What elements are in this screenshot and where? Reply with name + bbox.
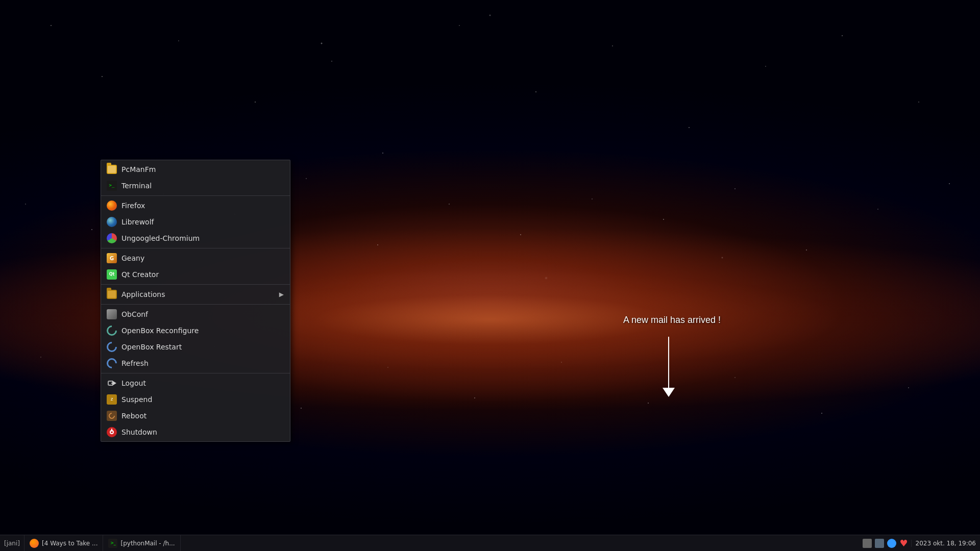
menu-item-label-terminal: Terminal	[121, 181, 152, 191]
menu-item-chromium[interactable]: Ungoogled-Chromium	[101, 230, 290, 246]
menu-item-logout[interactable]: Logout	[101, 375, 290, 391]
workspace-label: [jani]	[4, 540, 20, 547]
menu-item-label-librewolf: Librewolf	[121, 217, 154, 228]
taskbar-item-terminal[interactable]: >_ [pythonMail - /h...	[103, 535, 180, 551]
menu-item-label-qt-creator: Qt Creator	[121, 269, 159, 280]
chromium-icon	[106, 233, 117, 244]
menu-separator-4	[101, 304, 290, 305]
qt-creator-icon: Qt	[106, 269, 117, 280]
menu-item-label-refresh: Refresh	[121, 358, 149, 369]
applications-folder-icon	[106, 289, 117, 300]
taskbar: [jani] [4 Ways to Take ... >_ [pythonMai…	[0, 535, 980, 551]
menu-separator-2	[101, 248, 290, 248]
taskbar-firefox-icon	[30, 539, 39, 548]
menu-item-openbox-reconfigure[interactable]: OpenBox Reconfigure	[101, 322, 290, 339]
taskbar-firefox-label: [4 Ways to Take ...	[42, 540, 97, 547]
tray-volume-icon[interactable]	[875, 539, 884, 548]
arrow-head	[663, 388, 675, 397]
taskbar-left: [jani] [4 Ways to Take ... >_ [pythonMai…	[0, 535, 859, 551]
menu-item-label-pcmanfm: PcManFm	[121, 164, 156, 175]
menu-item-applications[interactable]: Applications ▶	[101, 286, 290, 303]
menu-item-librewolf[interactable]: Librewolf	[101, 214, 290, 230]
menu-item-pcmanfm[interactable]: PcManFm	[101, 161, 290, 178]
menu-item-refresh[interactable]: Refresh	[101, 355, 290, 371]
pcmanfm-icon	[106, 164, 117, 175]
suspend-icon: z	[106, 394, 117, 405]
clock-label: 2023 okt. 18, 19:06	[916, 540, 976, 547]
obconf-icon	[106, 309, 117, 320]
firefox-icon	[106, 200, 117, 211]
tray-heart-icon[interactable]: ♥	[899, 539, 908, 548]
menu-separator-3	[101, 284, 290, 285]
menu-item-suspend[interactable]: z Suspend	[101, 391, 290, 408]
geany-icon: G	[106, 253, 117, 264]
context-menu: PcManFm >_ Terminal Firefox Librewolf Un…	[101, 160, 290, 442]
menu-item-geany[interactable]: G Geany	[101, 250, 290, 266]
menu-item-label-obconf: ObConf	[121, 309, 148, 320]
tray-network-icon[interactable]	[887, 539, 896, 548]
menu-item-firefox[interactable]: Firefox	[101, 197, 290, 214]
menu-item-label-openbox-restart: OpenBox Restart	[121, 342, 182, 353]
logout-icon	[106, 378, 117, 389]
menu-item-openbox-restart[interactable]: OpenBox Restart	[101, 339, 290, 355]
openbox-restart-icon	[106, 341, 117, 353]
menu-item-label-reboot: Reboot	[121, 411, 146, 421]
tray-disk-icon[interactable]	[863, 539, 872, 548]
reboot-icon	[106, 410, 117, 421]
workspace-indicator[interactable]: [jani]	[0, 535, 24, 551]
menu-separator-5	[101, 373, 290, 373]
openbox-reconfigure-icon	[106, 325, 117, 336]
menu-item-label-geany: Geany	[121, 253, 144, 264]
menu-item-label-applications: Applications	[121, 289, 165, 300]
menu-item-label-openbox-reconfigure: OpenBox Reconfigure	[121, 325, 199, 336]
menu-separator-1	[101, 195, 290, 196]
menu-item-qt-creator[interactable]: Qt Qt Creator	[101, 266, 290, 283]
taskbar-terminal-label: [pythonMail - /h...	[120, 540, 175, 547]
librewolf-icon	[106, 216, 117, 228]
system-tray: ♥	[863, 539, 908, 548]
notification-text: A new mail has arrived !	[623, 315, 721, 325]
menu-item-label-shutdown: Shutdown	[121, 427, 157, 438]
notification-arrow	[663, 337, 675, 397]
shutdown-icon	[106, 427, 117, 438]
refresh-icon	[106, 358, 117, 369]
menu-item-label-chromium: Ungoogled-Chromium	[121, 233, 200, 244]
taskbar-clock: 2023 okt. 18, 19:06	[911, 540, 976, 547]
menu-item-reboot[interactable]: Reboot	[101, 408, 290, 424]
menu-item-label-suspend: Suspend	[121, 394, 152, 405]
menu-item-label-firefox: Firefox	[121, 201, 145, 211]
menu-item-label-logout: Logout	[121, 378, 146, 389]
arrow-line	[668, 337, 669, 388]
menu-item-shutdown[interactable]: Shutdown	[101, 424, 290, 440]
menu-item-terminal[interactable]: >_ Terminal	[101, 178, 290, 194]
submenu-arrow-icon: ▶	[279, 290, 284, 299]
terminal-icon: >_	[106, 180, 117, 191]
taskbar-terminal-icon: >_	[108, 539, 117, 548]
menu-item-obconf[interactable]: ObConf	[101, 306, 290, 322]
taskbar-item-firefox[interactable]: [4 Ways to Take ...	[24, 535, 103, 551]
taskbar-right: ♥ 2023 okt. 18, 19:06	[859, 535, 980, 551]
